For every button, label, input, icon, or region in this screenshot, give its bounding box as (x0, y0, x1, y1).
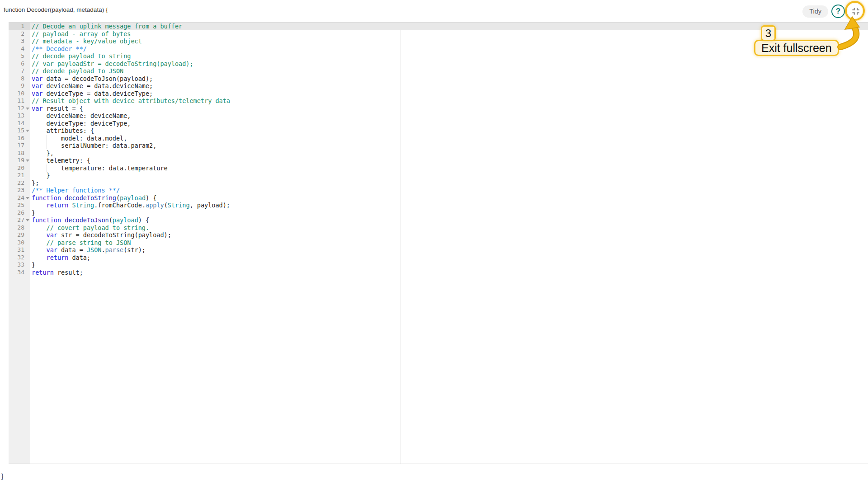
fold-toggle-icon[interactable] (26, 130, 29, 132)
line-number: 27 (17, 216, 24, 223)
gutter-cell: 17 (9, 142, 30, 150)
fold-toggle-icon[interactable] (26, 108, 29, 110)
code-line[interactable]: return String.fromCharCode.apply(String,… (30, 202, 868, 209)
gutter-cell: 9 (9, 82, 30, 90)
line-number: 1 (21, 23, 24, 29)
code-line[interactable]: return data; (30, 254, 868, 262)
gutter-cell: 31 (9, 246, 30, 254)
annotation-label: Exit fullscreen (754, 40, 839, 56)
gutter-cell: 22 (9, 179, 30, 187)
gutter-cell: 19 (9, 157, 30, 164)
gutter-cell: 12 (9, 105, 30, 113)
code-line[interactable]: serialNumber: data.param2, (30, 142, 868, 150)
gutter-cell: 26 (9, 209, 30, 217)
line-number: 19 (17, 157, 24, 164)
fold-toggle-icon[interactable] (26, 197, 29, 199)
code-line[interactable]: /** Helper functions **/ (30, 187, 868, 194)
gutter-cell: 24 (9, 194, 30, 202)
line-number: 25 (17, 202, 24, 208)
code-line[interactable]: var str = decodeToString(payload); (30, 231, 868, 239)
code-line[interactable]: telemetry: { (30, 157, 868, 164)
gutter-cell: 5 (9, 52, 30, 60)
line-number: 5 (21, 52, 24, 59)
gutter: 1234567891011121314151617181920212223242… (9, 23, 30, 464)
line-number: 3 (21, 38, 24, 44)
fold-toggle-icon[interactable] (26, 160, 29, 162)
line-number: 26 (17, 209, 24, 216)
code-line[interactable]: // decode payload to string (30, 52, 868, 60)
line-number: 4 (21, 45, 24, 52)
gutter-cell: 11 (9, 97, 30, 105)
gutter-cell: 13 (9, 112, 30, 120)
line-number: 8 (21, 75, 24, 82)
gutter-cell: 8 (9, 75, 30, 83)
code-line[interactable]: // metadata - key/value object (30, 38, 868, 45)
gutter-cell: 4 (9, 45, 30, 53)
code-line[interactable]: temperature: data.temperature (30, 164, 868, 172)
gutter-cell: 34 (9, 269, 30, 277)
code-line[interactable]: var deviceName = data.deviceName; (30, 82, 868, 90)
code-line[interactable]: /** Decoder **/ (30, 45, 868, 53)
code-line[interactable]: var data = decodeToJson(payload); (30, 75, 868, 83)
gutter-cell: 7 (9, 67, 30, 75)
line-number: 13 (17, 112, 24, 119)
code-line[interactable]: var result = { (30, 105, 868, 113)
function-closing-brace: } (1, 473, 4, 480)
code-line[interactable]: } (30, 209, 868, 217)
code-line[interactable]: var deviceType = data.deviceType; (30, 90, 868, 98)
code-line[interactable]: // Decode an uplink message from a buffe… (30, 23, 868, 30)
line-number: 15 (17, 127, 24, 134)
code-line[interactable]: var data = JSON.parse(str); (30, 246, 868, 254)
gutter-cell: 10 (9, 90, 30, 98)
gutter-cell: 29 (9, 231, 30, 239)
code-line[interactable]: } (30, 261, 868, 269)
line-number: 32 (17, 254, 24, 261)
code-line[interactable]: } (30, 172, 868, 179)
code-line[interactable]: // covert payload to string. (30, 224, 868, 232)
line-number: 30 (17, 239, 24, 246)
fullscreen-exit-glyph (850, 5, 862, 17)
line-number: 14 (17, 120, 24, 127)
gutter-cell: 27 (9, 216, 30, 224)
gutter-cell: 20 (9, 164, 30, 172)
code-line[interactable]: // payload - array of bytes (30, 30, 868, 38)
line-number: 33 (17, 261, 24, 268)
line-number: 7 (21, 67, 24, 74)
code-line[interactable]: return result; (30, 269, 868, 277)
code-line[interactable]: function decodeToString(payload) { (30, 194, 868, 202)
code-line[interactable]: model: data.model, (30, 135, 868, 142)
gutter-cell: 3 (9, 38, 30, 45)
line-number: 17 (17, 142, 24, 149)
line-number: 31 (17, 246, 24, 253)
code-line[interactable]: // decode payload to JSON (30, 67, 868, 75)
code-line[interactable]: }, (30, 150, 868, 157)
toolbar-controls: Tidy ? (802, 4, 863, 19)
gutter-cell: 28 (9, 224, 30, 232)
gutter-cell: 1 (9, 23, 30, 30)
code-line[interactable]: deviceName: deviceName, (30, 112, 868, 120)
line-number: 18 (17, 150, 24, 156)
gutter-cell: 23 (9, 187, 30, 194)
code-line[interactable]: attributes: { (30, 127, 868, 135)
code-line[interactable]: }; (30, 179, 868, 187)
line-number: 22 (17, 179, 24, 186)
code-editor[interactable]: 1234567891011121314151617181920212223242… (9, 22, 868, 464)
code-line[interactable]: // Result object with device attributes/… (30, 97, 868, 105)
gutter-cell: 32 (9, 254, 30, 262)
gutter-cell: 25 (9, 202, 30, 209)
help-icon[interactable]: ? (831, 5, 845, 18)
line-number: 11 (17, 97, 24, 104)
code-line[interactable]: // parse string to JSON (30, 239, 868, 247)
gutter-cell: 2 (9, 30, 30, 38)
gutter-cell: 16 (9, 135, 30, 142)
code-line[interactable]: // var payloadStr = decodeToString(paylo… (30, 60, 868, 68)
fold-toggle-icon[interactable] (26, 219, 29, 221)
gutter-cell: 21 (9, 172, 30, 179)
code-line[interactable]: deviceType: deviceType, (30, 120, 868, 127)
exit-fullscreen-icon[interactable] (848, 4, 863, 19)
gutter-cell: 30 (9, 239, 30, 247)
code-lines[interactable]: // Decode an uplink message from a buffe… (30, 23, 868, 464)
code-line[interactable]: function decodeToJson(payload) { (30, 216, 868, 224)
line-number: 9 (21, 82, 24, 89)
tidy-button[interactable]: Tidy (802, 5, 828, 18)
